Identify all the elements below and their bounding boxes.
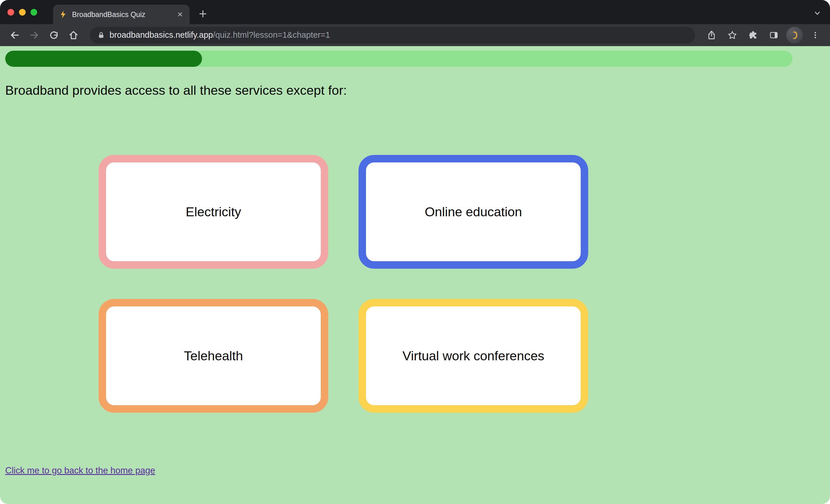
address-bar[interactable]: broadbandbasics.netlify.app/quiz.html?le… (90, 27, 695, 43)
bookmark-star-icon[interactable] (724, 27, 741, 43)
browser-tab[interactable]: BroadbandBasics Quiz (53, 5, 190, 24)
home-link[interactable]: Click me to go back to the home page (5, 465, 155, 476)
toolbar-right-icons (703, 27, 824, 43)
answer-label: Virtual work conferences (403, 348, 544, 364)
answer-card-telehealth[interactable]: Telehealth (99, 299, 328, 413)
new-tab-button[interactable] (195, 6, 211, 22)
answer-label: Electricity (186, 204, 241, 220)
window-zoom-button[interactable] (31, 9, 37, 15)
answer-card-virtual-work-conferences[interactable]: Virtual work conferences (358, 299, 588, 413)
tab-close-icon[interactable] (177, 11, 184, 18)
url-path: /quiz.html?lesson=1&chapter=1 (213, 30, 330, 39)
browser-window: BroadbandBasics Quiz br (0, 0, 830, 504)
tab-strip: BroadbandBasics Quiz (0, 0, 830, 24)
url-text: broadbandbasics.netlify.app/quiz.html?le… (109, 30, 330, 40)
answer-card-online-education[interactable]: Online education (358, 155, 588, 269)
extensions-puzzle-icon[interactable] (745, 27, 761, 43)
answer-grid: Electricity Online education Telehealth … (99, 155, 588, 413)
url-domain: broadbandbasics.netlify.app (109, 30, 213, 39)
home-button[interactable] (65, 27, 82, 43)
tab-search-chevron-icon[interactable] (811, 7, 824, 20)
answer-label: Telehealth (184, 348, 243, 364)
progress-bar-fill (5, 51, 202, 67)
reload-button[interactable] (45, 27, 62, 43)
tab-favicon-icon (59, 10, 67, 19)
profile-avatar[interactable] (786, 27, 803, 43)
forward-button[interactable] (26, 27, 43, 43)
answer-card-electricity[interactable]: Electricity (99, 155, 328, 269)
quiz-page: Broadband provides access to all these s… (0, 46, 830, 504)
question-text: Broadband provides access to all these s… (5, 83, 347, 98)
share-icon[interactable] (703, 27, 720, 43)
window-controls (7, 9, 37, 15)
lock-icon[interactable] (97, 31, 105, 39)
answer-label: Online education (425, 204, 522, 220)
window-minimize-button[interactable] (19, 9, 26, 15)
side-panel-icon[interactable] (765, 27, 782, 43)
window-close-button[interactable] (7, 9, 14, 15)
more-menu-icon[interactable] (807, 27, 824, 43)
tab-title: BroadbandBasics Quiz (72, 10, 172, 19)
back-button[interactable] (6, 27, 23, 43)
progress-bar (5, 51, 793, 67)
browser-toolbar: broadbandbasics.netlify.app/quiz.html?le… (0, 24, 830, 46)
